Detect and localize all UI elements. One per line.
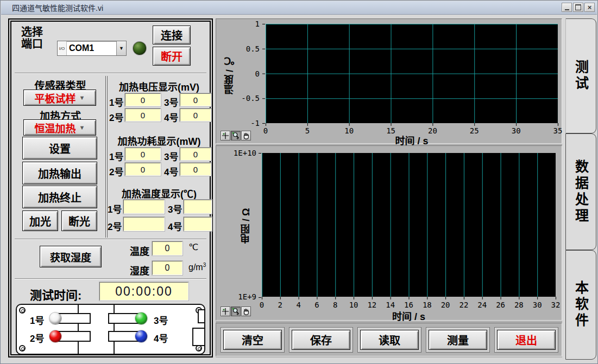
minimize-icon: [565, 9, 569, 10]
y-tick-marks: [259, 153, 261, 298]
hand-icon: [242, 308, 250, 315]
temperature-label: 温度: [130, 244, 149, 258]
crosshair-icon: [222, 308, 229, 315]
get-humidity-button[interactable]: 获取湿度: [40, 246, 102, 267]
power-value-ch2: 0: [125, 163, 161, 176]
graph-palette: [221, 306, 251, 316]
temp-value-ch3: [184, 200, 212, 214]
tab-test[interactable]: 测试: [565, 18, 596, 133]
connect-button[interactable]: 连接: [153, 25, 191, 44]
device-channel-label: 1号: [30, 313, 44, 327]
temp-value-ch2: [123, 217, 165, 231]
cursor-tool-button[interactable]: [221, 131, 230, 141]
app-window: 四通道气敏性能测试软件.vi × 选择 端口 I/O COM1 ▼ 连接 断开 …: [0, 0, 598, 364]
voltage-value-ch1: 0: [125, 93, 161, 106]
device-channel-label: 2号: [30, 331, 44, 344]
test-time-label: 测试时间:: [30, 285, 81, 303]
voltage-value-ch3: 0: [180, 93, 211, 106]
connection-led-indicator: [133, 42, 146, 55]
cursor-tool-button[interactable]: [221, 306, 230, 316]
resistance-plot-area: [262, 153, 556, 297]
save-button[interactable]: 保存: [292, 330, 350, 350]
close-button[interactable]: ×: [584, 3, 595, 12]
temperature-value: 0: [152, 241, 182, 256]
disconnect-button[interactable]: 断开: [153, 47, 191, 66]
x-tick-marks: [262, 297, 556, 299]
com-port-value: COM1: [67, 41, 116, 55]
separator: [15, 239, 206, 240]
heat-stop-button[interactable]: 加热终止: [22, 186, 97, 208]
button-cell: 测量: [426, 327, 490, 353]
read-button[interactable]: 读取: [360, 330, 419, 350]
temp-value-ch1: [123, 200, 165, 214]
channel-label: 1号: [108, 202, 122, 215]
magnifier-icon: [232, 308, 240, 315]
setup-button[interactable]: 设置: [22, 137, 97, 159]
channel1-led-icon: [49, 312, 61, 324]
divider-line: [114, 305, 115, 354]
channel-label: 1号: [109, 95, 123, 108]
heating-mode-ring[interactable]: 恒温加热▼: [23, 119, 96, 136]
light-on-button[interactable]: 加光: [22, 210, 58, 231]
crosshair-icon: [222, 132, 229, 139]
temperature-chart-ylabel: 温度 / ℃: [223, 41, 237, 108]
minimize-button[interactable]: [562, 3, 572, 12]
screw-icon: [19, 307, 26, 314]
y-tick-marks: [262, 24, 265, 124]
channel-label: 2号: [109, 110, 123, 124]
maximize-icon: [575, 4, 581, 10]
com-port-select[interactable]: I/O COM1 ▼: [57, 41, 127, 56]
resistance-chart-yticks: 1E+10 1E+9: [221, 153, 257, 297]
maximize-button[interactable]: [573, 3, 583, 12]
channel-label: 3号: [164, 95, 178, 108]
temp-value-ch4: [184, 217, 212, 231]
power-value-ch1: 0: [125, 148, 161, 161]
control-panel: 选择 端口 I/O COM1 ▼ 连接 断开 传感器类型 平板试样▼ 加热方式 …: [8, 18, 213, 357]
humidity-label: 湿度: [130, 263, 149, 277]
chart-region: 温度 / ℃ 1 0.5 0 -0.5 -1 0 5 10 15 20 25 3…: [216, 18, 562, 357]
device-channel-label: 4号: [154, 331, 168, 344]
port-label: 选择 端口: [21, 26, 43, 50]
io-tag: I/O: [58, 41, 67, 55]
voltage-display-title: 加热电压显示(mV): [109, 79, 209, 93]
magnifier-icon: [232, 132, 240, 139]
exit-button[interactable]: 退出: [497, 330, 556, 350]
tab-data-processing[interactable]: 数据处理: [565, 133, 596, 250]
voltage-value-ch2: 0: [125, 108, 161, 122]
channel4-led-icon: [135, 330, 147, 342]
resistance-chart-xlabel: 时间 / s: [262, 309, 556, 323]
pan-tool-button[interactable]: [241, 306, 251, 316]
tab-about-software[interactable]: 本软件: [565, 250, 596, 360]
screw-icon: [19, 345, 26, 352]
measure-button[interactable]: 测量: [429, 330, 487, 350]
heat-output-button[interactable]: 加热输出: [22, 162, 97, 184]
clear-button[interactable]: 清空: [223, 330, 282, 350]
light-off-button[interactable]: 断光: [61, 210, 97, 231]
voltage-value-ch4: 0: [180, 108, 211, 122]
zoom-tool-button[interactable]: [231, 306, 241, 316]
channel-label: 3号: [164, 149, 178, 163]
humidity-value: 0: [152, 261, 182, 275]
channel-label: 4号: [168, 219, 182, 233]
temperature-chart-yticks: 1 0.5 0 -0.5 -1: [237, 24, 261, 123]
separator: [15, 73, 206, 74]
chevron-down-icon: ▼: [119, 46, 124, 51]
close-icon: ×: [588, 4, 592, 11]
com-dropdown-button[interactable]: ▼: [116, 41, 126, 55]
channel-label: 2号: [108, 219, 122, 233]
pan-tool-button[interactable]: [241, 131, 251, 141]
device-channel-label: 3号: [154, 313, 168, 327]
chevron-down-icon: ▼: [79, 124, 85, 131]
channel2-led-icon: [49, 330, 61, 342]
title-bar: 四通道气敏性能测试软件.vi: [1, 1, 597, 15]
temperature-display-title: 加热温度显示(℃): [109, 186, 209, 200]
button-cell: 退出: [494, 327, 558, 353]
divider-line: [78, 305, 79, 354]
channel-label: 4号: [164, 164, 178, 178]
window-title: 四通道气敏性能测试软件.vi: [12, 2, 103, 13]
connector: [198, 309, 205, 323]
device-diagram: 1号 2号 3号 4号: [16, 304, 205, 355]
resistance-chart-xticks: 0 2 4 6 8 10 12 14 16 18 20 22 24 26 28 …: [262, 301, 556, 309]
zoom-tool-button[interactable]: [231, 131, 241, 141]
sensor-type-ring[interactable]: 平板试样▼: [23, 90, 96, 106]
